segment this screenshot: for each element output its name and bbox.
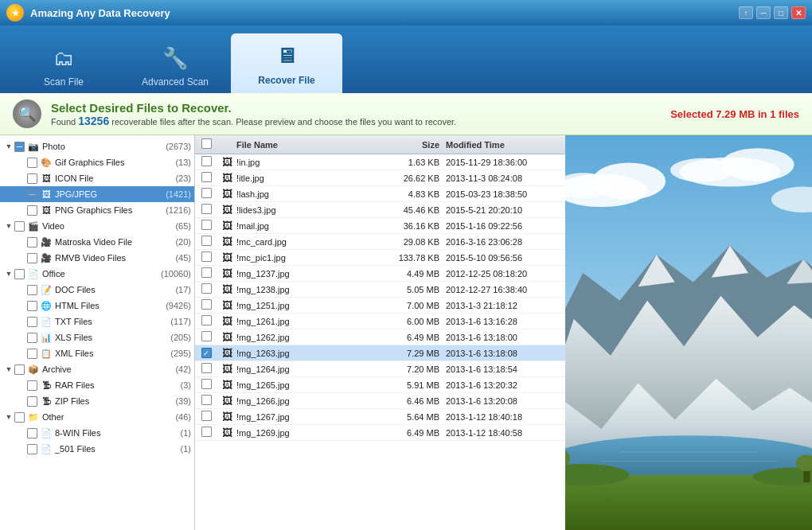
tree-expand-office[interactable]: ▼ <box>3 268 14 279</box>
file-row-5[interactable]: 🖼 !mail.jpg 36.16 KB 2015-1-16 09:22:56 <box>195 218 565 234</box>
tree-check-png[interactable] <box>27 205 37 216</box>
tree-expand-8win[interactable] <box>16 427 27 438</box>
row-checkbox-5[interactable] <box>201 220 212 230</box>
tab-recover-file[interactable]: 🖥 Recover File <box>231 33 342 93</box>
tree-expand-png[interactable] <box>16 205 27 216</box>
row-checkbox-18[interactable] <box>201 427 212 437</box>
row-checkbox-16[interactable] <box>201 395 212 405</box>
file-row-13[interactable]: 🖼 !mg_1263.jpg 7.29 MB 2013-1-6 13:18:08 <box>195 345 565 361</box>
tree-check-photo[interactable]: ─ <box>14 142 25 152</box>
row-checkbox-7[interactable] <box>201 251 212 262</box>
tree-check-txt[interactable] <box>27 317 37 327</box>
window-maximize-btn[interactable]: □ <box>774 6 788 19</box>
tree-check-501[interactable] <box>27 444 37 454</box>
tree-item-html[interactable]: 🌐 HTML Files (9426) <box>0 298 194 314</box>
tree-check-matroska[interactable] <box>27 237 37 247</box>
tree-item-video[interactable]: ▼ 🎬 Video (65) <box>0 218 194 234</box>
tree-check-xml[interactable] <box>27 349 37 359</box>
row-checkbox-9[interactable] <box>201 283 212 294</box>
row-checkbox-17[interactable] <box>201 411 212 421</box>
tree-check-zip[interactable] <box>27 396 37 407</box>
tree-expand-gif[interactable] <box>16 157 27 168</box>
window-minimize-btn[interactable]: ─ <box>756 6 771 19</box>
file-row-10[interactable]: 🖼 !mg_1251.jpg 7.00 MB 2013-1-3 21:18:12 <box>195 298 565 314</box>
tree-check-archive[interactable] <box>14 364 25 375</box>
file-row-11[interactable]: 🖼 !mg_1261.jpg 6.00 MB 2013-1-6 13:16:28 <box>195 314 565 329</box>
file-row-7[interactable]: 🖼 !mc_pic1.jpg 133.78 KB 2015-5-10 09:56… <box>195 250 565 266</box>
tree-item-icon[interactable]: 🖼 ICON File (23) <box>0 170 194 186</box>
tree-item-photo[interactable]: ▼ ─ 📷 Photo (2673) <box>0 138 194 154</box>
tree-item-rmvb[interactable]: 🎥 RMVB Video Files (45) <box>0 250 194 266</box>
tab-advanced-scan[interactable]: 🔧 Advanced Scan <box>119 37 231 93</box>
tab-scan-file[interactable]: 🗂 Scan File <box>8 37 119 93</box>
row-checkbox-10[interactable] <box>201 299 212 310</box>
tree-check-office[interactable] <box>14 269 25 279</box>
tree-check-xls[interactable] <box>27 333 37 343</box>
tree-item-matroska[interactable]: 🎥 Matroska Video File (20) <box>0 234 194 250</box>
tree-expand-icon[interactable] <box>16 173 27 184</box>
row-checkbox-2[interactable] <box>201 172 212 182</box>
row-checkbox-12[interactable] <box>201 331 212 341</box>
tree-check-other[interactable] <box>14 412 25 423</box>
tree-expand-rar[interactable] <box>16 380 27 391</box>
tree-item-txt[interactable]: 📄 TXT Files (117) <box>0 314 194 329</box>
header-checkbox[interactable] <box>201 138 212 149</box>
row-checkbox-6[interactable] <box>201 236 212 246</box>
file-row-15[interactable]: 🖼 !mg_1265.jpg 5.91 MB 2013-1-6 13:20:32 <box>195 377 565 393</box>
row-checkbox-13[interactable] <box>201 348 212 358</box>
file-row-8[interactable]: 🖼 !mg_1237.jpg 4.49 MB 2012-12-25 08:18:… <box>195 266 565 282</box>
tree-expand-txt[interactable] <box>16 316 27 327</box>
row-checkbox-1[interactable] <box>201 156 212 166</box>
file-row-2[interactable]: 🖼 !itle.jpg 26.62 KB 2013-11-3 08:24:08 <box>195 170 565 186</box>
tree-expand-xml[interactable] <box>16 348 27 359</box>
tree-expand-xls[interactable] <box>16 332 27 343</box>
tree-item-501[interactable]: 📄 _501 Files (1) <box>0 441 194 457</box>
file-row-18[interactable]: 🖼 !mg_1269.jpg 6.49 MB 2013-1-12 18:40:5… <box>195 425 565 441</box>
tree-item-other[interactable]: ▼ 📁 Other (46) <box>0 409 194 425</box>
tree-check-gif[interactable] <box>27 158 37 168</box>
row-checkbox-4[interactable] <box>201 204 212 214</box>
tree-item-xml[interactable]: 📋 XML Files (295) <box>0 345 194 361</box>
file-row-1[interactable]: 🖼 !in.jpg 1.63 KB 2015-11-29 18:36:00 <box>195 154 565 170</box>
file-row-6[interactable]: 🖼 !mc_card.jpg 29.08 KB 2016-3-16 23:06:… <box>195 234 565 250</box>
row-checkbox-11[interactable] <box>201 315 212 325</box>
file-row-4[interactable]: 🖼 !lides3.jpg 45.46 KB 2015-5-21 20:20:1… <box>195 202 565 218</box>
tree-check-rar[interactable] <box>27 380 37 391</box>
tree-expand-501[interactable] <box>16 443 27 454</box>
tree-check-html[interactable] <box>27 301 37 311</box>
tree-expand-matroska[interactable] <box>16 236 27 247</box>
tree-expand-other[interactable]: ▼ <box>3 411 14 423</box>
file-table-body[interactable]: 🖼 !in.jpg 1.63 KB 2015-11-29 18:36:00 🖼 … <box>195 154 565 530</box>
tree-item-office[interactable]: ▼ 📄 Office (10060) <box>0 266 194 282</box>
tree-check-rmvb[interactable] <box>27 253 37 263</box>
tree-item-archive[interactable]: ▼ 📦 Archive (42) <box>0 361 194 377</box>
tree-panel[interactable]: ▼ ─ 📷 Photo (2673) 🎨 Gif Graphics Files … <box>0 135 195 530</box>
file-row-14[interactable]: 🖼 !mg_1264.jpg 7.20 MB 2013-1-6 13:18:54 <box>195 361 565 377</box>
tree-item-xls[interactable]: 📊 XLS Files (205) <box>0 329 194 345</box>
tree-item-8win[interactable]: 📄 8-WIN Files (1) <box>0 425 194 441</box>
file-row-9[interactable]: 🖼 !mg_1238.jpg 5.05 MB 2012-12-27 16:38:… <box>195 282 565 298</box>
tree-expand-html[interactable] <box>16 300 27 311</box>
tree-expand-doc[interactable] <box>16 284 27 295</box>
tree-item-png[interactable]: 🖼 PNG Graphics Files (1216) <box>0 202 194 218</box>
tree-check-video[interactable] <box>14 221 25 232</box>
tree-item-zip[interactable]: 🗜 ZIP Files (39) <box>0 393 194 409</box>
tree-item-gif[interactable]: 🎨 Gif Graphics Files (13) <box>0 154 194 170</box>
tree-item-rar[interactable]: 🗜 RAR Files (3) <box>0 377 194 393</box>
tree-expand-archive[interactable]: ▼ <box>3 364 14 375</box>
file-row-17[interactable]: 🖼 !mg_1267.jpg 5.64 MB 2013-1-12 18:40:1… <box>195 409 565 425</box>
file-row-12[interactable]: 🖼 !mg_1262.jpg 6.49 MB 2013-1-6 13:18:00 <box>195 329 565 345</box>
tree-expand-photo[interactable]: ▼ <box>3 141 14 152</box>
row-checkbox-15[interactable] <box>201 379 212 389</box>
file-row-16[interactable]: 🖼 !mg_1266.jpg 6.46 MB 2013-1-6 13:20:08 <box>195 393 565 409</box>
row-checkbox-14[interactable] <box>201 363 212 373</box>
window-upload-btn[interactable]: ↑ <box>739 6 753 19</box>
row-checkbox-3[interactable] <box>201 188 212 198</box>
tree-expand-zip[interactable] <box>16 396 27 407</box>
tree-check-doc[interactable] <box>27 285 37 295</box>
window-close-btn[interactable]: ✕ <box>791 6 806 19</box>
tree-check-8win[interactable] <box>27 428 37 438</box>
row-checkbox-8[interactable] <box>201 267 212 278</box>
tree-item-doc[interactable]: 📝 DOC Files (17) <box>0 282 194 298</box>
file-row-3[interactable]: 🖼 !lash.jpg 4.83 KB 2015-03-23 18:38:50 <box>195 186 565 202</box>
